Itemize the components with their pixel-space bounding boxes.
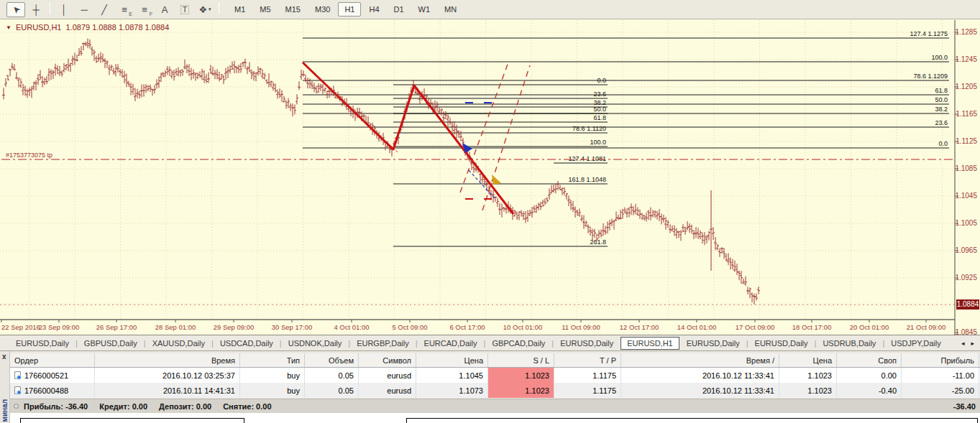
column-header-price[interactable]: Цена [416,353,488,367]
column-header-close_price[interactable]: Цена [779,353,837,367]
toolbar-separator [50,2,50,14]
timeframe-m30-button[interactable]: M30 [308,2,336,17]
dropdown-triangle-icon[interactable]: ▼ [6,24,12,31]
status-circle-icon [14,404,19,409]
close-terminal-button[interactable]: x [2,353,9,361]
horizontal-line-tool-icon[interactable]: ─ [75,2,93,17]
timeframe-w1-button[interactable]: W1 [412,2,437,17]
chart-tab-eurcad-daily[interactable]: EURCAD,Daily [418,337,483,350]
chart-tab-usdrub-daily[interactable]: USDRUB,Daily [817,337,881,350]
price-chart: 127.4 1.1275100.078.6 1.120961.850.038.2… [0,19,980,335]
chart-tab-gbpcad-daily[interactable]: GBPCAD,Daily [486,337,551,350]
column-header-time[interactable]: Время [95,353,240,367]
equidistant-channel-tool-icon[interactable]: ≡E [115,2,134,17]
cursor-tool-icon[interactable]: ➤ [6,2,25,17]
fibonacci-retracement-tool-icon[interactable]: ≡F [135,2,154,17]
order-row[interactable]: 17660005212016.10.12 03:25:37buy0.05euru… [10,368,980,383]
chart-tab-xauusd-daily[interactable]: XAUUSD,Daily [147,337,211,350]
gold-arrow-marker[interactable] [492,175,501,185]
arrows-tool-icon[interactable]: ❖▾ [196,2,214,17]
fib-main-level-label: 78.6 1.1209 [913,73,948,80]
cell-swap: 0.00 [837,368,902,383]
column-header-swap[interactable]: Своп [837,353,902,367]
fib-second-level-label: 100.0 [590,139,606,146]
text-label-tool-icon[interactable]: T [175,2,194,17]
chart-tab-gbpusd-daily[interactable]: GBPUSD,Daily [78,337,143,350]
toolbar-separator [219,2,219,14]
column-header-volume[interactable]: Объем [305,353,359,367]
timeframe-m15-button[interactable]: M15 [279,2,307,17]
order-doc-icon [14,386,21,394]
cell-type: buy [240,368,305,383]
timeframe-h1-button[interactable]: H1 [338,2,361,17]
timeframe-buttons-group: M1M5M15M30H1H4D1W1MN [227,2,464,17]
chart-title: ▼ EURUSD,H1 1.0879 1.0888 1.0878 1.0884 [6,23,169,32]
fib-main-level-label: 38.2 [935,106,948,113]
text-tool-icon[interactable]: A [155,2,174,17]
time-axis-label: 21 Oct 09:00 [907,323,945,331]
timeframe-m5-button[interactable]: M5 [253,2,277,17]
chart-tab-eurusd-daily[interactable]: EURUSD,Daily [749,337,814,350]
price-axis-label: 1.1005 [955,219,977,227]
time-axis-label: 6 Oct 17:00 [449,323,485,331]
timeframe-d1-button[interactable]: D1 [388,2,411,17]
drawing-tools-group: ➤┼│─╱≡E≡FAT❖▾ [6,2,223,17]
column-header-type[interactable]: Тип [240,353,305,367]
timeframe-mn-button[interactable]: MN [438,2,463,17]
column-header-close_time[interactable]: Время / [621,353,779,367]
chart-tab-usdjpy-daily[interactable]: USDJPY,Daily [885,337,947,350]
chart-tab-eurusd-daily[interactable]: EURUSD,Daily [554,337,619,350]
chart-tab-eurusd-daily[interactable]: EURUSD,Daily [681,337,746,350]
cell-sl: 1.1023 [488,383,554,398]
time-axis-label: 23 Sep 09:00 [39,323,80,331]
fib-second-level-label: 23.6 [593,90,606,98]
column-header-symbol[interactable]: Символ [359,353,416,367]
time-axis-label: 26 Sep 17:00 [96,323,137,331]
chart-tab-usdnok-daily[interactable]: USDNOK,Daily [283,337,348,350]
chart-tab-eurusd-h1[interactable]: EURUSD,H1 [620,337,679,350]
chart-tabs: EURUSD,Daily|GBPUSD,Daily|XAUUSD,Daily|U… [10,337,947,350]
candlestick-series [2,39,760,305]
fib-second-level-label: 161.8 1.1048 [568,176,606,183]
fib-second-level-label: 61.8 [593,114,606,121]
terminal-panel: x минал ОрдерВремяТипОбъемСимволЦенаS / … [0,351,980,423]
tab-scroll-right-button[interactable]: ▸ [971,340,974,347]
time-axis-label: 29 Sep 09:00 [214,323,255,331]
timeframe-m1-button[interactable]: M1 [228,2,252,17]
column-header-tp[interactable]: T / P [554,353,621,367]
fib-second-level-label: 78.6 1.1120 [572,125,606,132]
column-header-sl[interactable]: S / L [488,353,554,367]
terminal-vertical-label[interactable]: минал [1,399,9,422]
chart-ohlc-values: 1.0879 1.0888 1.0878 1.0884 [66,23,170,32]
summary-item: Снятие: 0.00 [223,402,271,411]
vertical-line-tool-icon[interactable]: │ [55,2,73,17]
column-header-profit[interactable]: Прибыль [902,353,979,367]
timeframe-h4-button[interactable]: H4 [362,2,385,17]
chart-tab-eurusd-daily[interactable]: EURUSD,Daily [10,337,75,350]
chart-tab-usdcad-daily[interactable]: USDCAD,Daily [214,337,279,350]
cell-volume: 0.05 [305,368,359,383]
time-axis-label: 28 Sep 01:00 [155,323,196,331]
take-profit-line-label[interactable]: #1753773075 tp [6,152,52,159]
tab-scroll-left-button[interactable]: ◂ [961,340,965,347]
column-header-order[interactable]: Ордер [10,353,95,367]
price-axis-label: 1.1165 [956,110,977,118]
trendline-tool-icon[interactable]: ╱ [95,2,114,17]
fib-second-level-label: 0.0 [597,77,606,84]
time-axis-label: 5 Oct 09:00 [392,323,427,331]
time-axis-label: 30 Sep 17:00 [272,323,313,331]
order-row[interactable]: 17660004882016.10.11 14:41:31buy0.05euru… [10,383,980,398]
summary-item: Депозит: 0.00 [159,402,211,411]
cell-type: buy [240,383,305,398]
time-axis-label: 11 Oct 09:00 [562,323,600,331]
chart-window[interactable]: 127.4 1.1275100.078.6 1.120961.850.038.2… [0,19,980,335]
price-axis-label: 1.1045 [955,192,977,200]
chart-tab-eurgbp-daily[interactable]: EURGBP,Daily [351,337,415,350]
fib-main-level-label: 127.4 1.1275 [910,30,948,37]
time-axis-label: 12 Oct 17:00 [620,323,659,331]
cell-swap: -0.40 [837,383,902,398]
crosshair-tool-icon[interactable]: ┼ [27,2,45,17]
price-axis-label: 1.1125 [956,137,977,145]
cell-order: 1766000521 [10,368,95,383]
zigzag-trendline[interactable] [303,62,513,214]
